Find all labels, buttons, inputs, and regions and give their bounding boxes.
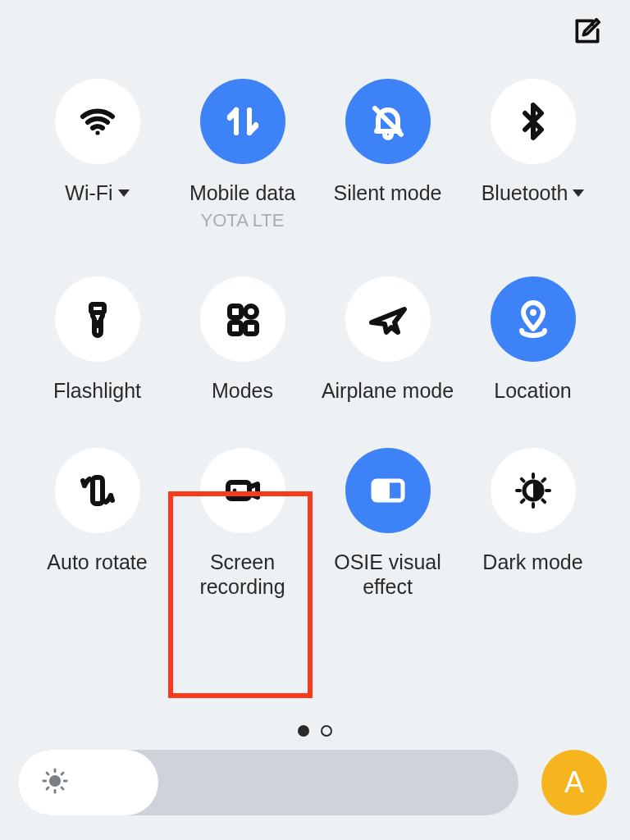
svg-line-29 <box>62 788 63 789</box>
svg-rect-7 <box>245 322 257 334</box>
location-icon <box>491 276 576 362</box>
quick-settings-grid: Wi-Fi Mobile data YOTA LTE Silent mode B… <box>0 79 630 599</box>
svg-line-30 <box>47 788 48 789</box>
svg-rect-10 <box>228 482 249 499</box>
tile-label: Mobile data <box>189 180 295 205</box>
tile-dark-mode[interactable]: Dark mode <box>463 448 603 599</box>
tile-mobile-data[interactable]: Mobile data YOTA LTE <box>173 79 313 231</box>
tile-wifi[interactable]: Wi-Fi <box>28 79 167 231</box>
dark-mode-icon <box>491 448 576 533</box>
page-dot-current <box>298 725 309 737</box>
tile-bluetooth[interactable]: Bluetooth <box>463 79 603 231</box>
tile-label: Flashlight <box>53 378 141 403</box>
svg-line-28 <box>47 773 48 774</box>
tile-screen-recording[interactable]: Screen recording <box>173 448 313 599</box>
svg-point-11 <box>232 489 236 493</box>
wifi-icon <box>55 79 140 164</box>
svg-line-20 <box>542 500 545 502</box>
edit-tiles-button[interactable] <box>568 11 607 51</box>
svg-rect-4 <box>230 306 241 317</box>
tile-sublabel: YOTA LTE <box>201 210 285 231</box>
tile-label: Screen recording <box>199 550 285 599</box>
auto-brightness-label: A <box>564 765 584 800</box>
tile-label: Modes <box>212 378 273 403</box>
tile-auto-rotate[interactable]: Auto rotate <box>28 448 167 599</box>
chevron-down-icon <box>573 189 584 197</box>
tile-airplane-mode[interactable]: Airplane mode <box>318 276 458 403</box>
modes-icon <box>200 276 285 362</box>
svg-line-22 <box>542 479 545 482</box>
bluetooth-icon <box>491 79 576 164</box>
svg-line-19 <box>521 479 523 482</box>
chevron-down-icon <box>118 189 130 197</box>
svg-line-31 <box>62 773 63 774</box>
flashlight-icon <box>55 276 140 362</box>
airplane-icon <box>345 276 431 362</box>
svg-rect-6 <box>230 322 241 334</box>
brightness-slider[interactable] <box>18 750 518 815</box>
auto-brightness-button[interactable]: A <box>541 750 607 815</box>
mobile-data-icon <box>200 79 285 164</box>
svg-point-5 <box>245 306 257 317</box>
brightness-slider-fill <box>18 750 158 815</box>
svg-line-21 <box>521 500 523 502</box>
tile-label: Dark mode <box>482 550 582 574</box>
tile-label: Location <box>494 378 572 403</box>
page-dot <box>321 725 332 737</box>
svg-point-23 <box>49 775 61 787</box>
tile-osie-visual-effect[interactable]: OSIE visual effect <box>318 448 458 599</box>
osie-icon <box>345 448 431 533</box>
svg-point-0 <box>95 130 99 135</box>
svg-point-8 <box>530 309 536 316</box>
edit-icon <box>572 16 603 47</box>
tile-flashlight[interactable]: Flashlight <box>28 276 167 403</box>
tile-modes[interactable]: Modes <box>173 276 313 403</box>
video-camera-icon <box>200 448 285 533</box>
bell-off-icon <box>345 79 431 164</box>
svg-rect-9 <box>93 477 103 504</box>
tile-location[interactable]: Location <box>463 276 603 403</box>
brightness-icon <box>41 767 69 798</box>
tile-label: Airplane mode <box>322 378 454 403</box>
auto-rotate-icon <box>55 448 140 533</box>
tile-label: OSIE visual effect <box>334 550 441 599</box>
tile-label: Wi-Fi <box>65 180 112 205</box>
tile-label: Silent mode <box>333 180 441 205</box>
svg-rect-13 <box>375 482 390 499</box>
tile-label: Bluetooth <box>482 180 568 205</box>
tile-label: Auto rotate <box>47 550 147 574</box>
tile-silent-mode[interactable]: Silent mode <box>318 79 458 231</box>
page-indicator[interactable] <box>298 725 332 737</box>
